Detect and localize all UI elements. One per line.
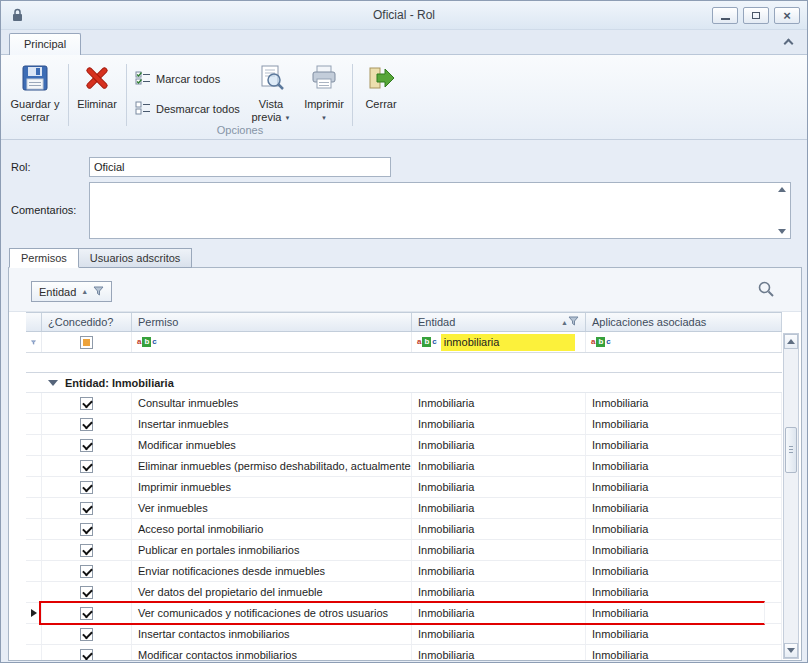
ribbon-separator xyxy=(68,64,69,126)
table-row[interactable]: Modificar inmuebles Inmobiliaria Inmobil… xyxy=(26,435,782,456)
search-icon[interactable] xyxy=(757,280,775,300)
granted-checkbox[interactable] xyxy=(80,418,93,431)
filter-concedido-cell[interactable] xyxy=(42,332,132,352)
tab-principal[interactable]: Principal xyxy=(9,33,81,55)
granted-checkbox[interactable] xyxy=(80,586,93,599)
grid-empty-gap xyxy=(26,353,782,372)
row-indicator-cell xyxy=(26,603,42,623)
entidad-cell: Inmobiliaria xyxy=(412,624,586,644)
comentarios-textarea[interactable] xyxy=(89,182,791,239)
ribbon-separator xyxy=(352,64,353,126)
entidad-cell: Inmobiliaria xyxy=(412,456,586,476)
filter-aplicaciones-cell[interactable]: abc xyxy=(586,332,782,352)
permiso-cell: Acceso portal inmobiliario xyxy=(132,519,412,539)
table-row[interactable]: Ver comunicados y notificaciones de otro… xyxy=(26,603,782,624)
granted-checkbox[interactable] xyxy=(80,481,93,494)
granted-checkbox[interactable] xyxy=(80,439,93,452)
exit-icon xyxy=(366,63,396,95)
table-row[interactable]: Ver inmuebles Inmobiliaria Inmobiliaria xyxy=(26,498,782,519)
column-header-concedido[interactable]: ¿Concedido? xyxy=(42,313,132,331)
aplicaciones-cell: Inmobiliaria xyxy=(586,624,782,644)
permisos-panel: Entidad ▲ ¿Concedido? Permiso Entidad ▲ xyxy=(8,267,802,661)
row-indicator-cell xyxy=(26,477,42,497)
column-header-permiso[interactable]: Permiso xyxy=(132,313,412,331)
filter-funnel-icon[interactable] xyxy=(568,316,579,328)
scroll-up-icon[interactable] xyxy=(778,187,786,192)
close-button[interactable]: × xyxy=(774,7,800,24)
table-row[interactable]: Modificar contactos inmobiliarios Inmobi… xyxy=(26,645,782,660)
group-by-entidad-chip[interactable]: Entidad ▲ xyxy=(31,281,112,302)
filter-entidad-cell[interactable]: abc inmobiliaria xyxy=(412,332,586,352)
permiso-cell: Ver datos del propietario del inmueble xyxy=(132,582,412,602)
uncheck-list-icon xyxy=(135,100,151,118)
table-row[interactable]: Consultar inmuebles Inmobiliaria Inmobil… xyxy=(26,393,782,414)
entidad-cell: Inmobiliaria xyxy=(412,603,586,623)
aplicaciones-cell: Inmobiliaria xyxy=(586,519,782,539)
table-row[interactable]: Enviar notificaciones desde inmuebles In… xyxy=(26,561,782,582)
column-header-aplicaciones[interactable]: Aplicaciones asociadas xyxy=(586,313,782,331)
granted-checkbox[interactable] xyxy=(80,523,93,536)
ribbon-collapse-button[interactable] xyxy=(781,37,795,49)
granted-checkbox[interactable] xyxy=(80,544,93,557)
granted-checkbox[interactable] xyxy=(80,565,93,578)
concedido-cell xyxy=(42,540,132,560)
ribbon-tab-bar: Principal xyxy=(1,30,807,54)
permiso-cell: Eliminar inmuebles (permiso deshabilitad… xyxy=(132,456,412,476)
vertical-scrollbar[interactable] xyxy=(783,333,799,659)
rol-input[interactable] xyxy=(89,157,391,177)
uncheck-all-button[interactable]: Desmarcar todos xyxy=(131,98,244,120)
scrollbar-up-button[interactable] xyxy=(784,334,798,349)
granted-checkbox[interactable] xyxy=(80,502,93,515)
chevron-up-icon xyxy=(783,39,793,49)
restore-button[interactable] xyxy=(743,7,769,24)
entidad-cell: Inmobiliaria xyxy=(412,561,586,581)
tab-usuarios-adscritos[interactable]: Usuarios adscritos xyxy=(78,248,192,268)
scroll-down-icon[interactable] xyxy=(778,229,786,234)
aplicaciones-cell: Inmobiliaria xyxy=(586,498,782,518)
aplicaciones-cell: Inmobiliaria xyxy=(586,414,782,434)
granted-checkbox[interactable] xyxy=(80,628,93,641)
funnel-icon xyxy=(31,338,36,347)
table-row[interactable]: Insertar contactos inmobiliarios Inmobil… xyxy=(26,624,782,645)
permiso-cell: Publicar en portales inmobiliarios xyxy=(132,540,412,560)
granted-checkbox[interactable] xyxy=(80,607,93,620)
grid-rows: Consultar inmuebles Inmobiliaria Inmobil… xyxy=(26,393,782,660)
group-row-inmobiliaria[interactable]: Entidad: Inmobiliaria xyxy=(26,372,782,393)
close-icon: × xyxy=(783,9,791,22)
close-form-button[interactable]: Cerrar xyxy=(358,58,404,134)
row-indicator-cell xyxy=(26,582,42,602)
ribbon-group-label: Opciones xyxy=(127,124,353,136)
entidad-cell: Inmobiliaria xyxy=(412,582,586,602)
granted-checkbox[interactable] xyxy=(80,397,93,410)
filter-permiso-cell[interactable]: abc xyxy=(132,332,412,352)
scrollbar-thumb[interactable] xyxy=(785,427,797,473)
ribbon: Guardar y cerrar Eliminar xyxy=(1,54,807,140)
aplicaciones-cell: Inmobiliaria xyxy=(586,393,782,413)
scrollbar-down-button[interactable] xyxy=(784,643,798,658)
form-area: Rol: Comentarios: xyxy=(1,140,807,247)
table-row[interactable]: Imprimir inmuebles Inmobiliaria Inmobili… xyxy=(26,477,782,498)
table-row[interactable]: Acceso portal inmobiliario Inmobiliaria … xyxy=(26,519,782,540)
table-row[interactable]: Insertar inmuebles Inmobiliaria Inmobili… xyxy=(26,414,782,435)
table-row[interactable]: Ver datos del propietario del inmueble I… xyxy=(26,582,782,603)
table-row[interactable]: Publicar en portales inmobiliarios Inmob… xyxy=(26,540,782,561)
restore-icon xyxy=(752,12,760,19)
check-all-button[interactable]: Marcar todos xyxy=(131,68,224,90)
row-indicator-cell xyxy=(26,519,42,539)
group-by-panel: Entidad ▲ xyxy=(9,268,801,312)
minimize-button[interactable] xyxy=(712,7,738,24)
granted-checkbox[interactable] xyxy=(80,649,93,661)
collapse-group-icon[interactable] xyxy=(48,380,58,386)
permiso-cell: Insertar inmuebles xyxy=(132,414,412,434)
granted-checkbox[interactable] xyxy=(80,460,93,473)
filter-entidad-value[interactable]: inmobiliaria xyxy=(441,334,575,351)
save-and-close-button[interactable]: Guardar y cerrar xyxy=(6,58,64,134)
tab-permisos[interactable]: Permisos xyxy=(9,248,79,268)
delete-button[interactable]: Eliminar xyxy=(72,58,122,134)
column-header-entidad[interactable]: Entidad ▲ xyxy=(412,313,586,331)
print-button[interactable]: Imprimir▼ xyxy=(300,58,348,134)
filter-checkbox[interactable] xyxy=(80,336,93,349)
row-indicator-cell xyxy=(26,393,42,413)
table-row[interactable]: Eliminar inmuebles (permiso deshabilitad… xyxy=(26,456,782,477)
print-preview-button[interactable]: Vista previa ▼ xyxy=(245,58,297,134)
